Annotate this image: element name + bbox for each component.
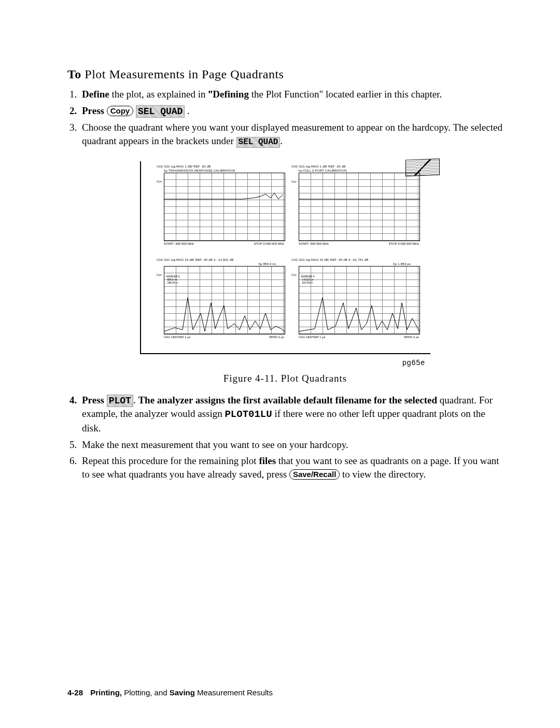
- heading-rest: Plot Measurements in Page Quadrants: [81, 67, 284, 81]
- br-axis: CH1 CENTER 1 µs SPAN 2 µs: [299, 335, 419, 339]
- footer-t4: Measurement Results: [195, 688, 273, 697]
- quadrant-top-right: CH1 S21 log MAG 1 dB/ REF -20 dB hp FULL…: [291, 164, 420, 253]
- br-cor: Cor: [291, 273, 297, 276]
- tr-cor: Cor: [291, 180, 297, 183]
- page: To Plot Measurements in Page Quadrants D…: [0, 0, 560, 728]
- tl-trace-icon: [164, 173, 285, 241]
- step4-bold: The analyzer assigns the first available…: [138, 395, 437, 405]
- bl-trace-icon: [164, 267, 285, 334]
- heading-bold: To: [67, 67, 81, 81]
- step6-t1: Repeat this procedure for the remaining …: [82, 455, 259, 466]
- bl-title: CH1 S21 log MAG 10 dB/ REF -40 dB 2: -11…: [157, 258, 285, 262]
- bl-plot: MARKER 2 655.6 ns 196.94 m: [164, 266, 285, 334]
- br-axis-l: CH1 CENTER 1 µs: [299, 335, 325, 339]
- step5-text: Make the next measurement that you want …: [82, 439, 348, 450]
- tr-trace-icon: [299, 173, 419, 241]
- tl-axis: START .300 000 MHz STOP 3 000.000 MHz: [164, 242, 284, 245]
- tl-sub: hp TRANSMISSION RESPONSE CALIBRATION: [164, 169, 285, 173]
- tl-axis-r: STOP 3 000.000 MHz: [254, 242, 284, 245]
- tl-axis-l: START .300 000 MHz: [164, 242, 194, 245]
- step1-t1: the plot, as explained in: [109, 89, 208, 100]
- quadrant-top-left: CH1 S21 log MAG 1 dB/ REF -20 dB hp TRAN…: [157, 164, 285, 253]
- steps-list-2: Press PLOT. The analyzer assigns the fir…: [67, 394, 503, 481]
- footer-t3: Saving: [170, 688, 195, 697]
- tl-plot: [164, 173, 285, 241]
- step1-quote: ": [208, 89, 213, 100]
- figure-code: pg65e: [140, 358, 425, 367]
- tr-plot: [299, 173, 420, 241]
- step1-define: Define: [82, 89, 109, 100]
- save-recall-key: Save/Recall: [289, 469, 340, 480]
- steps-list: Define the plot, as explained in "Defini…: [67, 88, 503, 148]
- tr-axis-r: STOP 3 000.000 MHz: [389, 242, 419, 245]
- page-footer: 4-28 Printing, Plotting, and Saving Meas…: [67, 688, 273, 697]
- section-heading: To Plot Measurements in Page Quadrants: [67, 67, 503, 81]
- step6-t3: to view the directory.: [340, 469, 426, 480]
- step-4: Press PLOT. The analyzer assigns the fir…: [67, 394, 503, 435]
- bl-axis-r: SPAN 2 µs: [269, 335, 284, 339]
- copy-key: Copy: [107, 106, 134, 116]
- br-plot: MARKER 4 1.0132 µs 515.58 m: [299, 266, 420, 334]
- step4-dot: .: [133, 395, 138, 405]
- tl-title: CH1 S21 log MAG 1 dB/ REF -20 dB: [157, 164, 285, 169]
- quadrant-bottom-left: CH1 S21 log MAG 10 dB/ REF -40 dB 2: -11…: [157, 258, 285, 346]
- footer-t1: Printing,: [90, 688, 122, 697]
- step4-filename: PLOT01LU: [225, 409, 272, 420]
- tl-cor: Cor: [157, 180, 162, 183]
- tr-axis-l: START .300 000 MHz: [299, 242, 329, 245]
- step-2: Press Copy SEL QUAD .: [67, 104, 503, 118]
- step3-text: Choose the quadrant where you want your …: [82, 122, 502, 146]
- br-trace-icon: [299, 267, 419, 334]
- footer-page-number: 4-28: [67, 688, 83, 697]
- step4-press: Press: [82, 395, 107, 405]
- tr-sub: hp FULL 2-PORT CALIBRATION: [299, 169, 420, 173]
- step-6: Repeat this procedure for the remaining …: [67, 454, 503, 481]
- step1-defining: Defining: [213, 89, 249, 100]
- sel-quad-softkey-2: SEL QUAD: [236, 137, 281, 148]
- step-5: Make the next measurement that you want …: [67, 438, 503, 452]
- bl-sub: hp 850.4 ns: [164, 262, 276, 266]
- step3-dot: .: [280, 135, 283, 146]
- plot-softkey: PLOT: [107, 395, 133, 407]
- br-axis-r: SPAN 2 µs: [404, 335, 419, 339]
- step2-dot: .: [185, 105, 190, 116]
- figure-frame: CH1 S21 log MAG 1 dB/ REF -20 dB hp TRAN…: [140, 161, 430, 354]
- sel-quad-softkey: SEL QUAD: [136, 105, 185, 118]
- bl-cor: Cor: [157, 273, 162, 276]
- br-sub: hp 1.853 µs: [299, 262, 411, 266]
- step6-files: files: [259, 455, 276, 466]
- figure-area: CH1 S21 log MAG 1 dB/ REF -20 dB hp TRAN…: [140, 161, 430, 384]
- bl-axis-l: CH1 CENTER 1 µs: [164, 335, 190, 339]
- bl-axis: CH1 CENTER 1 µs SPAN 2 µs: [164, 335, 284, 339]
- tr-title: CH1 S21 log MAG 1 dB/ REF -20 dB: [291, 164, 420, 169]
- footer-t2: Plotting, and: [122, 688, 170, 697]
- quadrant-bottom-right: CH1 S21 log MAG 10 dB/ REF -40 dB 4: -61…: [291, 258, 420, 346]
- step1-t2: the Plot Function" located earlier in th…: [249, 89, 442, 100]
- step2-press: Press: [82, 105, 107, 116]
- step-3: Choose the quadrant where you want your …: [67, 121, 503, 148]
- step-1: Define the plot, as explained in "Defini…: [67, 88, 503, 101]
- figure-caption: Figure 4-11. Plot Quadrants: [140, 373, 430, 384]
- br-title: CH1 S21 log MAG 10 dB/ REF -40 dB 4: -61…: [291, 258, 420, 262]
- tr-axis: START .300 000 MHz STOP 3 000.000 MHz: [299, 242, 419, 245]
